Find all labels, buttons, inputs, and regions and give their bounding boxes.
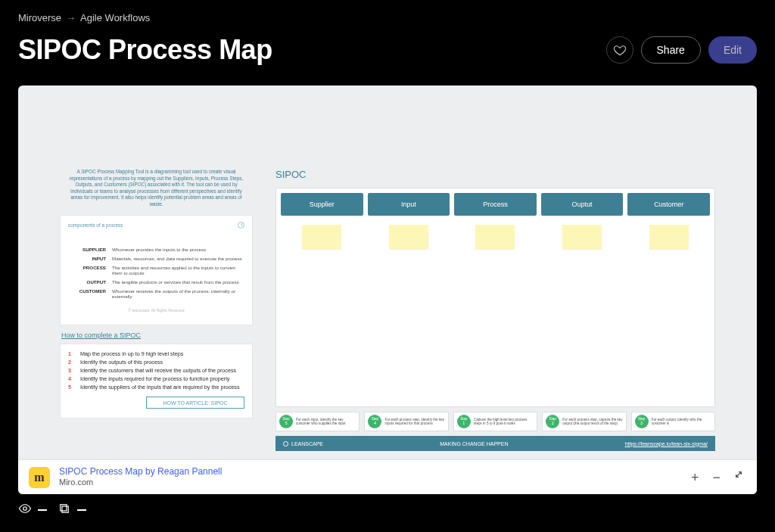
- step-hint-text: For each process step, capture the key o…: [562, 418, 622, 426]
- zoom-in-button[interactable]: +: [691, 471, 699, 484]
- step-hint-text: For each process step, identify the key …: [384, 418, 444, 426]
- footer-brand: LEANSCAPE: [291, 441, 323, 446]
- how-step: 2Identify the outputs of this process: [68, 359, 244, 366]
- how-step: 1Map the process in up to 9 high level s…: [68, 350, 244, 357]
- step-badge: Step3: [635, 415, 649, 428]
- sticky-note[interactable]: [562, 225, 602, 249]
- sipoc-column-header: Supplier: [281, 193, 363, 216]
- definition-term: Input: [68, 256, 106, 261]
- how-card: 1Map the process in up to 9 high level s…: [60, 344, 253, 418]
- definitions-footnote: © leanscape. All Rights Reserved: [68, 308, 244, 313]
- step-badge: Step1: [457, 415, 471, 428]
- sipoc-column: Process: [454, 193, 537, 402]
- zoom-out-button[interactable]: −: [712, 471, 721, 484]
- how-step-number: 2: [68, 359, 76, 366]
- how-step-number: 1: [68, 350, 76, 357]
- how-title[interactable]: How to complete a SIPOC: [60, 331, 253, 339]
- sipoc-hint: Step3For each output, identify who the c…: [631, 412, 715, 431]
- definition-term: Supplier: [68, 247, 106, 252]
- page-status-row: [0, 494, 775, 518]
- sipoc-column-header: Customer: [627, 193, 710, 216]
- sipoc-hint: Step5For each input, identify the key cu…: [275, 412, 359, 431]
- step-hint-text: For each input, identify the key custome…: [296, 418, 356, 426]
- sticky-note[interactable]: [302, 225, 341, 249]
- sipoc-columns: SupplierInputProcessOuptutCustomer: [275, 188, 715, 407]
- footer-tagline: MAKING CHANGE HAPPEN: [440, 441, 508, 446]
- clock-icon: [238, 222, 244, 229]
- sticky-note[interactable]: [475, 225, 515, 249]
- favorite-button[interactable]: [606, 36, 633, 64]
- sipoc-column: Input: [368, 193, 450, 402]
- definition-row: ProcessThe activities and resources appl…: [68, 265, 244, 275]
- definition-desc: Whomever provides the inputs to the proc…: [112, 247, 244, 252]
- breadcrumb: Miroverse → Agile Workflows: [18, 12, 757, 23]
- sipoc-column-header: Input: [368, 193, 450, 216]
- how-step-number: 5: [68, 384, 76, 390]
- how-step: 4Identify the inputs required for the pr…: [68, 375, 244, 382]
- sipoc-column: Supplier: [281, 193, 363, 402]
- svg-point-0: [23, 507, 27, 511]
- footer-link[interactable]: https://leanscape.io/lean-six-sigma/: [625, 441, 708, 446]
- step-badge: Step5: [279, 415, 293, 428]
- svg-rect-1: [62, 506, 68, 512]
- definition-desc: The tangible products or services that r…: [112, 279, 244, 285]
- step-badge: Step2: [546, 415, 559, 428]
- sipoc-hint: Step4For each process step, identify the…: [364, 412, 448, 431]
- copies-icon: [58, 502, 71, 518]
- definition-term: Customer: [68, 288, 106, 299]
- miro-logo-icon[interactable]: m: [29, 467, 50, 488]
- how-article-button[interactable]: HOW TO ARTICLE: SIPOC: [146, 397, 244, 409]
- definition-row: InputMaterials, resources, and data requ…: [68, 256, 244, 261]
- sipoc-heading: SIPOC: [275, 169, 715, 180]
- how-step-text: Map the process in up to 9 high level st…: [80, 350, 183, 357]
- sticky-note[interactable]: [389, 225, 428, 249]
- sipoc-column-header: Ouptut: [541, 193, 624, 216]
- step-badge: Step4: [368, 415, 381, 428]
- fullscreen-button[interactable]: [734, 470, 746, 485]
- heart-icon: [613, 43, 627, 57]
- how-step-text: Identify the customers that will receive…: [80, 367, 236, 374]
- how-step-text: Identify the suppliers of the inputs tha…: [80, 384, 240, 390]
- svg-rect-2: [61, 505, 67, 511]
- sipoc-column-header: Process: [454, 193, 537, 216]
- definitions-card: components of a process SupplierWhomever…: [60, 215, 253, 325]
- definition-term: Output: [68, 279, 106, 285]
- sipoc-hint: Step2For each process step, capture the …: [542, 412, 626, 431]
- attribution-title[interactable]: SIPOC Process Map by Reagan Pannell: [59, 466, 222, 478]
- views-placeholder: [38, 509, 47, 511]
- sipoc-column: Ouptut: [541, 193, 624, 402]
- how-step: 5Identify the suppliers of the inputs th…: [68, 384, 244, 390]
- definition-desc: Materials, resources, and data required …: [112, 256, 244, 261]
- sipoc-footer: LEANSCAPE MAKING CHANGE HAPPEN https://l…: [275, 436, 715, 451]
- sticky-note[interactable]: [649, 225, 689, 249]
- attribution-source: Miro.com: [59, 478, 222, 488]
- leanscape-logo-icon: [283, 441, 288, 446]
- page-title: SIPOC Process Map: [18, 34, 272, 66]
- board-canvas[interactable]: A SIPOC Process Mapping Tool is a diagra…: [18, 86, 757, 494]
- sipoc-step-hints: Step5For each input, identify the key cu…: [275, 412, 715, 431]
- sipoc-hint: Step1Capture the high level key process …: [453, 412, 537, 431]
- how-step-text: Identify the inputs required for the pro…: [80, 375, 229, 382]
- how-step-number: 4: [68, 375, 76, 382]
- definition-desc: Whomever receives the outputs of the pro…: [112, 288, 244, 299]
- views-icon: [18, 502, 32, 518]
- edit-button[interactable]: Edit: [708, 36, 757, 64]
- how-step-text: Identify the outputs of this process: [80, 359, 163, 366]
- step-hint-text: Capture the high level key process steps…: [474, 418, 534, 426]
- breadcrumb-arrow: →: [66, 12, 76, 23]
- sipoc-column: Customer: [627, 193, 710, 402]
- definition-desc: The activities and resources applied to …: [112, 265, 244, 275]
- breadcrumb-section[interactable]: Agile Workflows: [80, 12, 150, 23]
- definition-term: Process: [68, 265, 106, 275]
- definition-row: SupplierWhomever provides the inputs to …: [68, 247, 244, 252]
- how-step-number: 3: [68, 367, 76, 374]
- how-step: 3Identify the customers that will receiv…: [68, 367, 244, 374]
- share-button[interactable]: Share: [641, 36, 701, 64]
- copies-placeholder: [77, 509, 86, 511]
- expand-icon: [734, 470, 746, 482]
- breadcrumb-root[interactable]: Miroverse: [18, 12, 61, 23]
- attribution-bar: m SIPOC Process Map by Reagan Pannell Mi…: [18, 459, 757, 494]
- definitions-title: components of a process: [68, 222, 123, 228]
- definition-row: CustomerWhomever receives the outputs of…: [68, 288, 244, 299]
- intro-text: A SIPOC Process Mapping Tool is a diagra…: [60, 169, 253, 212]
